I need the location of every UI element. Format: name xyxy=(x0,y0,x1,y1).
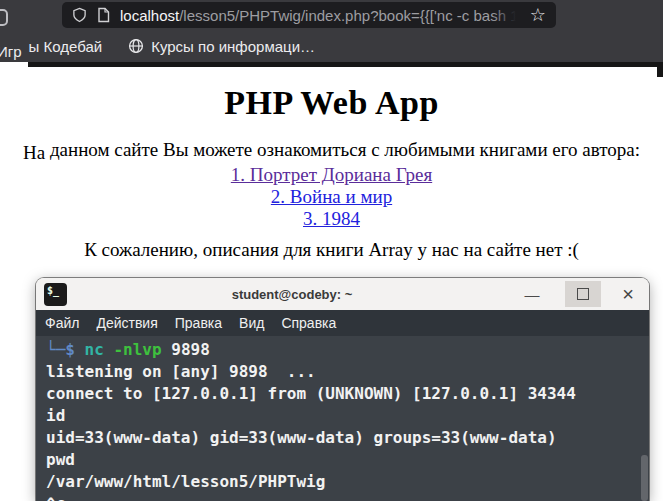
book-link-1984[interactable]: 3. 1984 xyxy=(0,208,663,230)
url-host: localhost xyxy=(120,7,179,24)
terminal-prompt-line: └─$ nc -nlvp 9898 xyxy=(46,339,649,361)
bookmarks-bar: Игры Кодебай Курсы по информаци… xyxy=(0,30,663,62)
book-link-dorian-gray[interactable]: 1. Портрет Дориана Грея xyxy=(0,164,663,186)
page-title: PHP Web App xyxy=(0,84,663,122)
url-fade-overlay xyxy=(492,7,520,24)
menu-item-actions[interactable]: Действия xyxy=(96,315,157,331)
bookmark-label: Курсы по информаци… xyxy=(151,38,315,55)
intro-text-rest: данном сайте Вы можете ознакомиться с лю… xyxy=(45,139,640,160)
terminal-title: student@codeby: ~ xyxy=(67,287,517,302)
partial-toolbar-icon[interactable] xyxy=(0,9,8,26)
terminal-scrollbar[interactable] xyxy=(641,455,648,501)
menu-item-file[interactable]: Файл xyxy=(45,315,79,331)
url-path: /lesson5/PHPTwig/index.php?book={{['nc -… xyxy=(179,7,520,24)
page-border-right xyxy=(657,62,663,77)
terminal-line: listening on [any] 9898 ... xyxy=(46,361,649,383)
terminal-menubar: Файл Действия Правка Вид Справка xyxy=(36,310,649,336)
terminal-line: /var/www/html/lesson5/PHPTwig xyxy=(46,471,649,493)
url-bar[interactable]: localhost/lesson5/PHPTwig/index.php?book… xyxy=(62,2,556,28)
terminal-titlebar[interactable]: $_ student@codeby: ~ — × xyxy=(36,278,649,310)
book-link-war-and-peace[interactable]: 2. Война и мир xyxy=(0,186,663,208)
bookmark-label: ы Кодебай xyxy=(29,38,103,55)
command-port: 9898 xyxy=(171,340,210,359)
page-border-top xyxy=(28,62,663,67)
terminal-line: uid=33(www-data) gid=33(www-data) groups… xyxy=(46,427,649,449)
book-links: 1. Портрет Дориана Грея 2. Война и мир 3… xyxy=(0,164,663,230)
bookmark-item-courses[interactable]: Курсы по информаци… xyxy=(128,38,315,55)
bookmark-star-icon[interactable]: ☆ xyxy=(530,6,546,24)
navigation-bar: localhost/lesson5/PHPTwig/index.php?book… xyxy=(0,0,663,30)
minimize-button[interactable]: — xyxy=(517,286,547,303)
menu-item-help[interactable]: Справка xyxy=(281,315,336,331)
bookmark-item-codeby[interactable]: Игры Кодебай xyxy=(0,38,102,55)
shell-prompt: └─$ xyxy=(46,340,75,359)
page-info-icon[interactable] xyxy=(97,7,110,23)
shield-icon[interactable] xyxy=(72,7,87,23)
bookmark-label-prefix: Игр xyxy=(0,43,22,60)
terminal-icon: $_ xyxy=(44,283,67,306)
not-found-message: К сожалению, описания для книги Array у … xyxy=(0,239,663,261)
menu-item-view[interactable]: Вид xyxy=(239,315,264,331)
terminal-line: ^c xyxy=(46,493,649,501)
url-text[interactable]: localhost/lesson5/PHPTwig/index.php?book… xyxy=(120,7,520,24)
terminal-window: $_ student@codeby: ~ — × Файл Действия П… xyxy=(36,278,649,501)
globe-icon xyxy=(128,38,144,54)
terminal-line: id xyxy=(46,405,649,427)
command-name: nc xyxy=(85,340,104,359)
terminal-line: connect to [127.0.0.1] from (UNKNOWN) [1… xyxy=(46,383,649,405)
maximize-icon xyxy=(577,288,589,300)
command-flags: -nlvp xyxy=(113,340,161,359)
intro-text-prefix: На xyxy=(23,142,45,163)
browser-toolbar: localhost/lesson5/PHPTwig/index.php?book… xyxy=(0,0,663,62)
terminal-output[interactable]: └─$ nc -nlvp 9898 listening on [any] 989… xyxy=(36,336,649,501)
intro-text: На данном сайте Вы можете ознакомиться с… xyxy=(0,139,663,161)
terminal-line: pwd xyxy=(46,449,649,471)
close-button[interactable]: × xyxy=(613,284,643,304)
maximize-button[interactable] xyxy=(565,281,601,307)
menu-item-edit[interactable]: Правка xyxy=(175,315,222,331)
